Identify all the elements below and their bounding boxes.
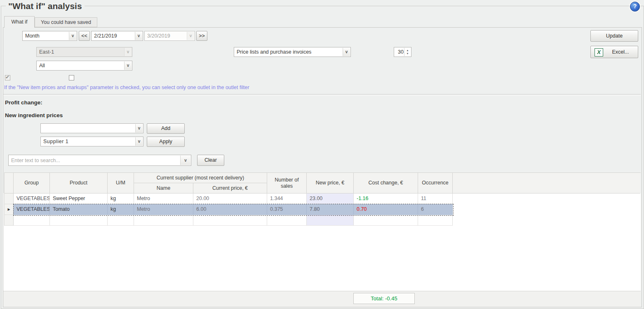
source-of-prices-value: Price lists and purchase invoices bbox=[237, 47, 342, 57]
chevron-down-icon[interactable]: v bbox=[135, 137, 143, 146]
cell-new-price[interactable]: 23.00 bbox=[307, 193, 354, 204]
column-header-group[interactable]: Group bbox=[14, 173, 50, 193]
cell-group[interactable] bbox=[14, 215, 50, 226]
cell-cost-change[interactable] bbox=[354, 215, 418, 226]
chevron-down-icon[interactable]: v bbox=[124, 61, 132, 70]
new-item-prices-checkbox[interactable] bbox=[69, 75, 74, 80]
column-header-product[interactable]: Product bbox=[50, 173, 108, 193]
period-type-select[interactable]: Month v bbox=[22, 31, 77, 41]
chevron-down-icon[interactable]: v bbox=[135, 32, 142, 40]
update-button[interactable]: Update bbox=[590, 30, 638, 42]
page-title: "What if" analysis bbox=[6, 0, 85, 12]
date-to-select: 3/20/2019 v bbox=[144, 31, 195, 41]
excel-button-label: Excel... bbox=[603, 46, 638, 58]
cell-um[interactable] bbox=[108, 215, 134, 226]
help-icon[interactable]: ? bbox=[630, 2, 640, 12]
chevron-down-icon: v bbox=[124, 48, 132, 56]
row-indicator-cell[interactable] bbox=[5, 193, 14, 204]
row-indicator-header bbox=[5, 173, 14, 193]
data-source-value: All bbox=[39, 61, 124, 70]
column-header-new-price[interactable]: New price, € bbox=[307, 173, 354, 193]
search-box[interactable]: v bbox=[8, 155, 191, 166]
days-value: 30 bbox=[394, 47, 404, 57]
ingredient-prices-grid: Group Product U/M Current supplier (most… bbox=[4, 172, 641, 226]
cell-current-price[interactable]: 20.00 bbox=[193, 193, 267, 204]
column-header-filler bbox=[453, 173, 640, 193]
cell-product[interactable] bbox=[50, 215, 108, 226]
cell-new-price[interactable]: 7.80 bbox=[307, 204, 354, 215]
grid-footer bbox=[3, 291, 641, 307]
cell-cost-change[interactable]: -1.16 bbox=[354, 193, 418, 204]
cell-supplier-name[interactable]: Metro bbox=[134, 193, 193, 204]
date-from-value: 2/21/2019 bbox=[94, 31, 134, 40]
date-to-value: 3/20/2019 bbox=[147, 31, 186, 40]
new-ingredient-prices-heading: New ingredient prices bbox=[5, 112, 63, 118]
spin-down-icon[interactable]: ▼ bbox=[407, 52, 409, 55]
cost-change-total: Total: -0.45 bbox=[353, 293, 415, 304]
outlets-select: East-1 v bbox=[36, 47, 132, 57]
cell-number-of-sales[interactable]: 1.344 bbox=[267, 193, 307, 204]
excel-icon: X bbox=[595, 48, 603, 57]
spin-up-icon[interactable]: ▲ bbox=[407, 49, 409, 52]
cell-occurrence[interactable]: 11 bbox=[418, 193, 453, 204]
check-icon: ✔ bbox=[5, 74, 9, 80]
cell-new-price[interactable] bbox=[307, 215, 354, 226]
cell-number-of-sales[interactable] bbox=[267, 215, 307, 226]
data-source-select[interactable]: All v bbox=[36, 61, 132, 71]
outlets-value: East-1 bbox=[39, 47, 124, 57]
cell-supplier-name[interactable]: Metro bbox=[134, 204, 193, 215]
cell-supplier-name[interactable] bbox=[134, 215, 193, 226]
new-ingredient-prices-checkbox: ✔ bbox=[5, 75, 10, 80]
chevron-down-icon[interactable]: v bbox=[135, 124, 143, 132]
chevron-down-icon[interactable]: v bbox=[180, 156, 190, 165]
apply-prices-select[interactable]: Supplier 1 v bbox=[40, 137, 143, 146]
period-type-value: Month bbox=[25, 31, 68, 40]
column-header-name[interactable]: Name bbox=[134, 183, 193, 193]
cell-product[interactable]: Sweet Pepper bbox=[50, 193, 108, 204]
row-indicator-cell[interactable]: ▶ bbox=[5, 204, 14, 215]
column-header-number-of-sales[interactable]: Number of sales bbox=[267, 173, 307, 193]
column-header-um[interactable]: U/M bbox=[108, 173, 134, 193]
prev-period-button[interactable]: << bbox=[79, 31, 90, 41]
cell-cost-change[interactable]: 0.70 bbox=[354, 204, 418, 215]
next-period-button[interactable]: >> bbox=[196, 31, 207, 41]
cell-occurrence[interactable]: 6 bbox=[418, 204, 453, 215]
row-indicator-cell[interactable] bbox=[5, 215, 14, 226]
tab-what-if[interactable]: What if bbox=[4, 16, 35, 28]
spinner-arrows-icon[interactable]: ▲▼ bbox=[404, 48, 411, 56]
chevron-down-icon: v bbox=[187, 32, 194, 40]
section-divider bbox=[3, 94, 641, 96]
cell-current-price[interactable]: 6.00 bbox=[193, 204, 267, 215]
cell-um[interactable]: kg bbox=[108, 204, 134, 215]
column-header-occurrence[interactable]: Occurrence bbox=[418, 173, 453, 193]
apply-button[interactable]: Apply bbox=[147, 137, 185, 147]
cell-product[interactable]: Tomato bbox=[50, 204, 108, 215]
chevron-down-icon[interactable]: v bbox=[343, 48, 350, 56]
sales-groups-select[interactable]: v bbox=[40, 123, 143, 133]
cell-group[interactable]: VEGETABLES bbox=[14, 193, 50, 204]
source-of-prices-select[interactable]: Price lists and purchase invoices v bbox=[234, 47, 351, 57]
hint-note: If the "New item prices and markups" par… bbox=[4, 85, 249, 90]
cell-current-price[interactable] bbox=[193, 215, 267, 226]
excel-button[interactable]: X Excel... bbox=[590, 46, 638, 58]
add-button[interactable]: Add bbox=[147, 123, 185, 134]
search-input[interactable] bbox=[9, 155, 185, 165]
column-header-current-supplier[interactable]: Current supplier (most recent delivery) bbox=[134, 173, 267, 183]
apply-prices-value: Supplier 1 bbox=[43, 137, 135, 146]
clear-button[interactable]: Clear bbox=[197, 155, 224, 166]
days-spinner[interactable]: 30 ▲▼ bbox=[394, 47, 411, 57]
chevron-down-icon[interactable]: v bbox=[69, 32, 76, 40]
cell-um[interactable]: kg bbox=[108, 193, 134, 204]
date-from-select[interactable]: 2/21/2019 v bbox=[91, 31, 143, 41]
cell-number-of-sales[interactable]: 0.375 bbox=[267, 204, 307, 215]
tab-you-could-have-saved[interactable]: You could have saved bbox=[35, 17, 97, 27]
column-header-cost-change[interactable]: Cost change, € bbox=[354, 173, 418, 193]
cell-group[interactable]: VEGETABLES bbox=[14, 204, 50, 215]
profit-change-label: Profit change: bbox=[5, 99, 42, 106]
cell-occurrence[interactable] bbox=[418, 215, 453, 226]
selected-row-marker-icon: ▶ bbox=[7, 208, 10, 211]
column-header-current-price[interactable]: Current price, € bbox=[193, 183, 267, 193]
